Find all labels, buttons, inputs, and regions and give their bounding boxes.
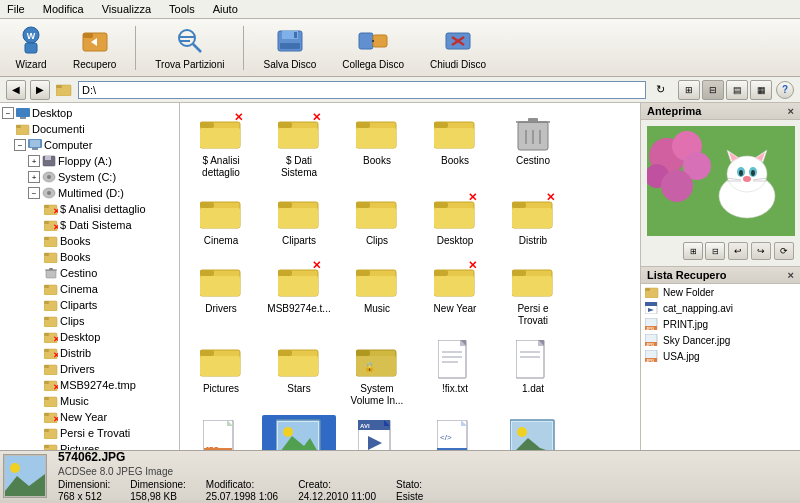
- menu-modifica[interactable]: Modifica: [40, 2, 87, 16]
- sidebar-item-drivers[interactable]: Drivers: [0, 361, 179, 377]
- folder-icon-music: [353, 259, 401, 301]
- help-button[interactable]: ?: [776, 81, 794, 99]
- expand-floppy[interactable]: +: [28, 155, 40, 167]
- sidebar-item-s-dati[interactable]: ✕ $ Dati Sistema: [0, 217, 179, 233]
- sidebar-item-cestino[interactable]: Cestino: [0, 265, 179, 281]
- view-btn-2[interactable]: ⊟: [702, 80, 724, 100]
- file-item-usajpg[interactable]: JPG USA.jpg: [496, 415, 570, 450]
- menu-visualizza[interactable]: Visualizza: [99, 2, 154, 16]
- svg-rect-102: [434, 202, 448, 208]
- sidebar-item-documenti[interactable]: Documenti: [0, 121, 179, 137]
- svg-rect-64: [44, 397, 49, 400]
- file-item-2528ads[interactable]: JPG JPG 2528 +ADS.JPG: [184, 415, 258, 450]
- file-item-clips[interactable]: Clips: [340, 187, 414, 251]
- sidebar-item-floppy[interactable]: + Floppy (A:): [0, 153, 179, 169]
- file-item-catnapping[interactable]: AVI cat_nappin...: [340, 415, 414, 450]
- recovery-item-new-folder[interactable]: New Folder: [641, 284, 800, 300]
- preview-view-btn-2[interactable]: ⊟: [705, 242, 725, 260]
- svg-rect-108: [200, 270, 214, 276]
- preview-close-button[interactable]: ×: [788, 105, 794, 117]
- recovery-title: Lista Recupero: [647, 269, 726, 281]
- file-item-persi[interactable]: Persi eTrovati: [496, 255, 570, 331]
- file-label-new-year: New Year: [434, 303, 477, 315]
- folder-icon-cinema: [197, 191, 245, 233]
- sidebar-item-multimed-d[interactable]: − Multimed (D:): [0, 185, 179, 201]
- preview-rotate-button[interactable]: ⟳: [774, 242, 794, 260]
- file-item-s-analisi[interactable]: ✕ $ Analisidettaglio: [184, 107, 258, 183]
- sidebar-item-clips[interactable]: Clips: [0, 313, 179, 329]
- address-input[interactable]: [78, 81, 646, 99]
- file-item-drivers[interactable]: Drivers: [184, 255, 258, 331]
- file-item-msb9274e[interactable]: ✕ MSB9274e.t...: [262, 255, 336, 331]
- file-item-books2[interactable]: Books: [418, 107, 492, 183]
- sidebar-item-desktop[interactable]: − Desktop: [0, 105, 179, 121]
- menu-file[interactable]: File: [4, 2, 28, 16]
- file-grid: ✕ $ Analisidettaglio ✕ $ DatiSistema Boo…: [184, 107, 636, 450]
- file-item-cliparts[interactable]: Cliparts: [262, 187, 336, 251]
- recovery-close-button[interactable]: ×: [788, 269, 794, 281]
- file-item-new-year[interactable]: ✕ New Year: [418, 255, 492, 331]
- svg-rect-82: [356, 128, 396, 148]
- preview-view-btn-1[interactable]: ⊞: [683, 242, 703, 260]
- forward-button[interactable]: ▶: [30, 80, 50, 100]
- sidebar-item-cliparts[interactable]: Cliparts: [0, 297, 179, 313]
- recovery-item-print-jpg[interactable]: JPG PRINT.jpg: [641, 316, 800, 332]
- preview-undo-button[interactable]: ↩: [728, 242, 748, 260]
- sidebar-label-distrib: Distrib: [60, 347, 91, 359]
- file-item-pictures[interactable]: Pictures: [184, 335, 258, 411]
- sidebar-item-books2[interactable]: Books: [0, 249, 179, 265]
- file-item-desktop[interactable]: ✕ Desktop: [418, 187, 492, 251]
- recovery-item-usa-jpg[interactable]: JPG USA.jpg: [641, 348, 800, 364]
- sidebar-item-music[interactable]: Music: [0, 393, 179, 409]
- file-item-s-dati[interactable]: ✕ $ DatiSistema: [262, 107, 336, 183]
- file-item-cestino[interactable]: Cestino: [496, 107, 570, 183]
- chiudi-disco-button[interactable]: Chiudi Disco: [421, 21, 495, 74]
- file-item-books1[interactable]: Books: [340, 107, 414, 183]
- file-item-stars[interactable]: Stars: [262, 335, 336, 411]
- file-item-574062[interactable]: JPG 574062.JPG: [262, 415, 336, 450]
- expand-multimed-d[interactable]: −: [28, 187, 40, 199]
- wizard-button[interactable]: W Wizard: [6, 21, 56, 74]
- expand-desktop[interactable]: −: [2, 107, 14, 119]
- file-item-cinema[interactable]: Cinema: [184, 187, 258, 251]
- sidebar-item-s-analisi[interactable]: ✕ $ Analisi dettaglio: [0, 201, 179, 217]
- sidebar-item-cinema[interactable]: Cinema: [0, 281, 179, 297]
- svg-rect-75: [200, 122, 214, 128]
- view-btn-1[interactable]: ⊞: [678, 80, 700, 100]
- sidebar-item-system-c[interactable]: + System (C:): [0, 169, 179, 185]
- collega-disco-button[interactable]: Collega Disco: [333, 21, 413, 74]
- menu-aiuto[interactable]: Aiuto: [210, 2, 241, 16]
- back-button[interactable]: ◀: [6, 80, 26, 100]
- sidebar-item-distrib[interactable]: ✕ Distrib: [0, 345, 179, 361]
- file-label-desktop: Desktop: [437, 235, 474, 247]
- expand-system-c[interactable]: +: [28, 171, 40, 183]
- sidebar-item-computer[interactable]: − Computer: [0, 137, 179, 153]
- sidebar-item-desktop2[interactable]: ✕ Desktop: [0, 329, 179, 345]
- file-item-fixtxt[interactable]: !fix.txt: [418, 335, 492, 411]
- sidebar-item-persi[interactable]: Persi e Trovati: [0, 425, 179, 441]
- menu-tools[interactable]: Tools: [166, 2, 198, 16]
- sidebar-item-msb9274e[interactable]: ✕ MSB9274e.tmp: [0, 377, 179, 393]
- status-col-dimensions: Dimensioni: 768 x 512: [58, 479, 110, 502]
- file-item-indexhtml[interactable]: HTM </> index.html: [418, 415, 492, 450]
- recovery-item-cat-napping[interactable]: cat_napping.avi: [641, 300, 800, 316]
- recovery-item-sky-dancer[interactable]: JPG Sky Dancer.jpg: [641, 332, 800, 348]
- file-item-distrib[interactable]: ✕ Distrib: [496, 187, 570, 251]
- trova-partizioni-button[interactable]: Trova Partizioni: [146, 21, 233, 74]
- file-item-sysvolinfo[interactable]: 🔒 SystemVolume In...: [340, 335, 414, 411]
- refresh-button[interactable]: ↻: [650, 80, 670, 100]
- file-item-music[interactable]: Music: [340, 255, 414, 331]
- svg-rect-21: [20, 117, 26, 119]
- view-btn-3[interactable]: ▤: [726, 80, 748, 100]
- expand-computer[interactable]: −: [14, 139, 26, 151]
- sidebar-item-new-year[interactable]: ✕ New Year: [0, 409, 179, 425]
- svg-text:W: W: [27, 31, 36, 41]
- salva-disco-button[interactable]: Salva Disco: [254, 21, 325, 74]
- recupero-button[interactable]: Recupero: [64, 21, 125, 74]
- file-item-1dat[interactable]: 1.dat: [496, 335, 570, 411]
- status-col-modified: Modificato: 25.07.1998 1:06: [206, 479, 278, 502]
- preview-redo-button[interactable]: ↪: [751, 242, 771, 260]
- sidebar-item-books1[interactable]: Books: [0, 233, 179, 249]
- svg-rect-47: [44, 285, 49, 288]
- view-btn-4[interactable]: ▦: [750, 80, 772, 100]
